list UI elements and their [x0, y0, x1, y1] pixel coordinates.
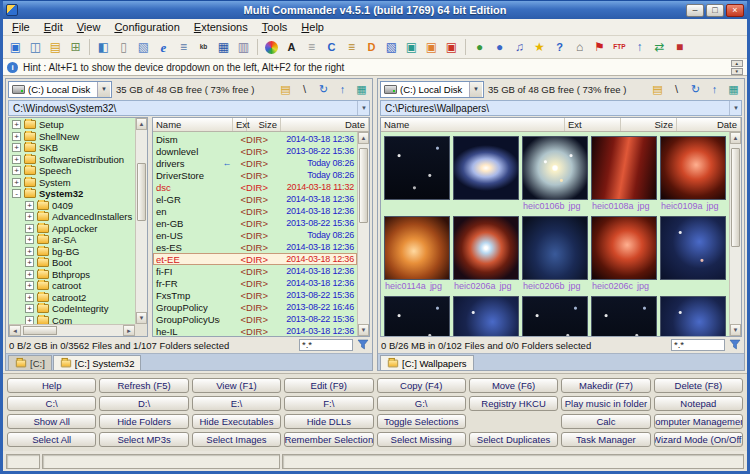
- menu-item-view[interactable]: View: [70, 20, 108, 34]
- up-arrow-icon[interactable]: ↑: [630, 38, 649, 57]
- file-row[interactable]: downlevel<DIR>2013-08-22 15:36: [153, 145, 357, 157]
- expand-icon[interactable]: +: [25, 293, 34, 302]
- menu-item-tools[interactable]: Tools: [255, 20, 295, 34]
- path-field[interactable]: C:\Windows\System32\ ▼: [8, 100, 370, 116]
- parent-folder-icon[interactable]: ↑: [334, 81, 351, 98]
- thumbnail-item[interactable]: [660, 296, 726, 336]
- thumbnail-item[interactable]: [384, 136, 450, 212]
- command-button[interactable]: View (F1): [192, 378, 281, 393]
- refresh-icon[interactable]: ↻: [687, 81, 704, 98]
- refresh-icon[interactable]: ↻: [315, 81, 332, 98]
- maximize-button[interactable]: □: [706, 4, 724, 17]
- green-drive-icon[interactable]: ●: [470, 38, 489, 57]
- parent-folder-icon[interactable]: ↑: [706, 81, 723, 98]
- red-app-icon[interactable]: ▣: [442, 38, 461, 57]
- command-button[interactable]: Task Manager: [561, 432, 650, 447]
- expand-icon[interactable]: +: [25, 201, 34, 210]
- home-icon[interactable]: ⌂: [570, 38, 589, 57]
- file-row[interactable]: drivers←<DIR>Today 08:26: [153, 157, 357, 169]
- letter-d-icon[interactable]: D: [362, 38, 381, 57]
- file-row[interactable]: DriverStore<DIR>Today 08:26: [153, 169, 357, 181]
- path-dropdown-icon[interactable]: ▼: [357, 101, 367, 115]
- tree-item[interactable]: +Com: [9, 315, 135, 325]
- column-header-date[interactable]: Date: [677, 118, 741, 131]
- scrollbar-thumb[interactable]: [23, 326, 57, 335]
- file-row[interactable]: dsc<DIR>2014-03-18 11:32: [153, 181, 357, 193]
- command-button[interactable]: F:\: [284, 396, 373, 411]
- column-header-size[interactable]: Size: [621, 118, 677, 131]
- column-header-ext[interactable]: Ext: [233, 118, 247, 131]
- command-button[interactable]: Show All: [7, 414, 96, 429]
- file-row[interactable]: Dism<DIR>2014-03-18 12:36: [153, 133, 357, 145]
- menu-item-file[interactable]: File: [5, 20, 37, 34]
- close-button[interactable]: ×: [726, 4, 744, 17]
- scroll-down-icon[interactable]: ▼: [136, 312, 147, 324]
- command-button[interactable]: Edit (F9): [284, 378, 373, 393]
- thumbnail-item[interactable]: heic0109ajpg: [660, 136, 726, 212]
- music-icon[interactable]: ♫: [510, 38, 529, 57]
- split-view-icon[interactable]: ◧: [94, 38, 113, 57]
- command-button[interactable]: E:\: [192, 396, 281, 411]
- tree-item[interactable]: +AdvancedInstallers: [9, 211, 135, 223]
- command-button[interactable]: Select MP3s: [99, 432, 188, 447]
- blue-docs-icon[interactable]: ▧: [382, 38, 401, 57]
- command-button[interactable]: Computer Management: [654, 414, 743, 429]
- command-button[interactable]: Hide Folders: [99, 414, 188, 429]
- scroll-up-icon[interactable]: ▲: [730, 132, 741, 144]
- command-button[interactable]: G:\: [377, 396, 466, 411]
- tree-item[interactable]: +Boot: [9, 257, 135, 269]
- new-folder-icon[interactable]: ▤: [649, 81, 666, 98]
- command-button[interactable]: Help: [7, 378, 96, 393]
- expand-icon[interactable]: +: [25, 258, 34, 267]
- expand-icon[interactable]: +: [25, 212, 34, 221]
- thumbnail-item[interactable]: heic0106bjpg: [522, 136, 588, 212]
- command-button[interactable]: Select All: [7, 432, 96, 447]
- thumbnails-vertical-scrollbar[interactable]: ▲ ▼: [729, 132, 741, 336]
- command-button[interactable]: Select Duplicates: [469, 432, 558, 447]
- tree-item[interactable]: -System32: [9, 188, 135, 200]
- command-button[interactable]: Remember Selection: [284, 432, 373, 447]
- filter-icon[interactable]: [357, 339, 369, 351]
- scroll-down-icon[interactable]: ▼: [730, 324, 741, 336]
- scrollbar-track[interactable]: [730, 144, 741, 324]
- menu-item-help[interactable]: Help: [294, 20, 331, 34]
- expand-icon[interactable]: +: [12, 143, 21, 152]
- notepad-icon[interactable]: ≡: [174, 38, 193, 57]
- tree-vertical-scrollbar[interactable]: ▲ ▼: [135, 118, 147, 324]
- expand-icon[interactable]: +: [12, 178, 21, 187]
- column-header-ext[interactable]: Ext: [565, 118, 621, 131]
- view-grid-icon[interactable]: ▦: [725, 81, 742, 98]
- scroll-up-icon[interactable]: ▲: [136, 118, 147, 130]
- command-button[interactable]: Refresh (F5): [99, 378, 188, 393]
- tree-item[interactable]: +catroot: [9, 280, 135, 292]
- path-dropdown-icon[interactable]: ▼: [729, 101, 739, 115]
- scroll-down-icon[interactable]: ▼: [358, 324, 369, 336]
- document-icon[interactable]: ▯: [114, 38, 133, 57]
- file-row[interactable]: GroupPolicyUsers<DIR>2013-08-22 15:36: [153, 313, 357, 325]
- view-grid-icon[interactable]: ▦: [353, 81, 370, 98]
- tree-item[interactable]: +CodeIntegrity: [9, 303, 135, 315]
- command-button[interactable]: Move (F6): [469, 378, 558, 393]
- flag-icon[interactable]: ⚑: [590, 38, 609, 57]
- thumbnail-item[interactable]: heic0206bjpg: [522, 216, 588, 292]
- thumbnail-item[interactable]: [453, 296, 519, 336]
- blue-drive-icon[interactable]: ●: [490, 38, 509, 57]
- spin-up-icon[interactable]: ▲: [731, 60, 743, 67]
- file-row[interactable]: et-EE<DIR>2014-03-18 12:36: [153, 253, 357, 265]
- minimize-button[interactable]: –: [686, 4, 704, 17]
- list-vertical-scrollbar[interactable]: ▲ ▼: [357, 132, 369, 336]
- folder-tree-icon[interactable]: ⊞: [66, 38, 85, 57]
- expand-icon[interactable]: +: [25, 316, 34, 324]
- keyboard-icon[interactable]: kb: [194, 38, 213, 57]
- command-button[interactable]: Play music in folder: [561, 396, 650, 411]
- spin-down-icon[interactable]: ▼: [731, 68, 743, 75]
- tree-item[interactable]: +SoftwareDistribution: [9, 154, 135, 166]
- command-button[interactable]: Notepad: [654, 396, 743, 411]
- thumbnail-item[interactable]: heic0108ajpg: [591, 136, 657, 212]
- file-row[interactable]: fi-FI<DIR>2014-03-18 12:36: [153, 265, 357, 277]
- scroll-up-icon[interactable]: ▲: [358, 132, 369, 144]
- command-button[interactable]: Registry HKCU: [469, 396, 558, 411]
- command-button[interactable]: D:\: [99, 396, 188, 411]
- command-button[interactable]: Calc: [561, 414, 650, 429]
- thumbnail-item[interactable]: heic0114ajpg: [384, 216, 450, 292]
